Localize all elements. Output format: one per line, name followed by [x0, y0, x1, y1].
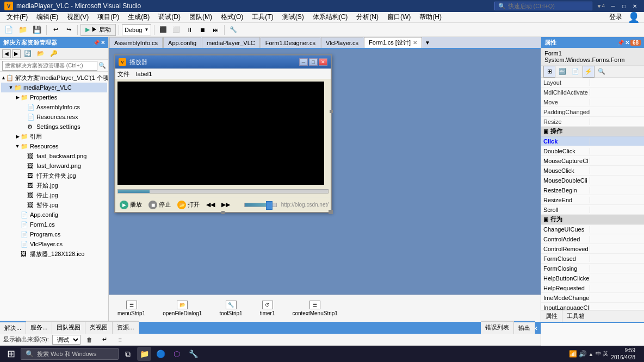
bottom-tab-解决...[interactable]: 解决... [0, 321, 26, 334]
prop-section-actions[interactable]: ▣行为 [541, 215, 644, 224]
form-menu-label[interactable]: label1 [136, 71, 152, 77]
tree-item[interactable]: ▲ 📋 解决方案'mediaPlayer_VLC'(1 个项 [1, 73, 107, 83]
component-openFileDialog1[interactable]: 📂 openFileDialog1 [159, 299, 205, 317]
open-button[interactable]: 📁 [16, 24, 29, 36]
tree-item[interactable]: 📄 Program.cs [1, 229, 107, 239]
prop-row-changeuicues[interactable]: ChangeUICues [541, 224, 644, 234]
toolbar-btn-2[interactable]: ⬜ [170, 24, 182, 36]
prop-tab-tools[interactable]: 工具箱 [562, 310, 589, 322]
forward-button[interactable]: ▶ [12, 49, 21, 58]
bottom-right-tab-输出[interactable]: 输出 [514, 321, 535, 334]
bottom-tab-团队视图[interactable]: 团队视图 [52, 321, 85, 334]
tree-item[interactable]: ▶ 📁 引用 [1, 132, 107, 141]
debug-config-dropdown[interactable]: Debug ▼ [122, 24, 151, 35]
refresh-button[interactable]: 🔄 [22, 48, 34, 60]
prop-row-click[interactable]: Click [541, 136, 644, 146]
prop-row-helpbuttonclicke[interactable]: HelpButtonClicke [541, 273, 644, 283]
next-button[interactable]: ▶▶ [219, 199, 232, 211]
tab-app.config[interactable]: App.config [163, 37, 201, 48]
vs-taskbar-button[interactable]: ⬡ [170, 347, 184, 361]
bottom-tab-类视图[interactable]: 类视图 [85, 321, 113, 334]
prop-row-scroll[interactable]: Scroll [541, 205, 644, 215]
toolbar-btn-6[interactable]: 🔧 [227, 24, 239, 36]
form-minimize-button[interactable]: ─ [299, 58, 308, 66]
prop-search-button[interactable]: 🔍 [596, 66, 608, 78]
save-button[interactable]: 💾 [30, 24, 44, 36]
pin-icon-2[interactable]: 📌 [617, 40, 624, 46]
form-close-button[interactable]: ✕ [319, 58, 327, 66]
prop-row-mousedoublecli[interactable]: MouseDoubleCli [541, 176, 644, 185]
prop-row-resizeend[interactable]: ResizeEnd [541, 195, 644, 205]
play-button[interactable]: ▶ 播放 [117, 199, 144, 211]
quick-launch-input[interactable] [508, 3, 584, 9]
tree-item[interactable]: ⚙ Settings.settings [1, 122, 107, 132]
prop-row-formclosing[interactable]: FormClosing [541, 264, 644, 273]
start-button[interactable]: ⊞ [3, 348, 18, 360]
chrome-button[interactable]: 🔵 [153, 347, 168, 361]
tab-overflow-button[interactable]: ▼ [423, 37, 432, 48]
restore-button[interactable]: □ [619, 2, 629, 10]
tree-item[interactable]: 🖼 打开文件夹.jpg [1, 171, 107, 180]
badge-68[interactable]: 68 [630, 40, 641, 46]
menu-arch[interactable]: 体系结构(C) [308, 11, 352, 23]
tree-item[interactable]: 🖼 播放器_128X128.ico [1, 249, 107, 259]
prop-row-helprequested[interactable]: HelpRequested [541, 283, 644, 293]
menu-test[interactable]: 测试(S) [278, 11, 308, 23]
prop-event-button[interactable]: ⚡ [583, 66, 595, 78]
form-menu-file[interactable]: 文件 [117, 70, 129, 78]
close-prop-icon[interactable]: ✕ [625, 40, 629, 46]
volume-handle[interactable] [266, 201, 273, 210]
show-all-files-button[interactable]: 📂 [35, 48, 47, 60]
explorer-button[interactable]: 📁 [137, 347, 151, 361]
prop-row-controlremoved[interactable]: ControlRemoved [541, 244, 644, 254]
form-resize-handle[interactable] [329, 210, 333, 214]
close-panel-icon[interactable]: ✕ [101, 40, 105, 46]
bottom-right-tab-错误列表[interactable]: 错误列表 [481, 321, 514, 334]
user-icon[interactable]: 👤 [626, 11, 642, 23]
taskbar-search[interactable]: 🔍 搜索 Web 和 Windows [21, 348, 119, 360]
tree-item[interactable]: 🖼 fast_backward.png [1, 151, 107, 161]
prop-tab-properties[interactable]: 属性 [541, 310, 562, 322]
menu-team[interactable]: 团队(M) [185, 11, 216, 23]
solution-search-input[interactable] [2, 61, 97, 71]
menu-format[interactable]: 格式(O) [216, 11, 247, 23]
properties-button[interactable]: 🔑 [48, 48, 60, 60]
menu-edit[interactable]: 编辑(E) [32, 11, 63, 23]
toolbar-btn-3[interactable]: ⏸ [183, 24, 195, 36]
prop-section-operations[interactable]: ▣操作 [541, 127, 644, 136]
clear-output-button[interactable]: 🗑 [84, 334, 96, 346]
tab-form1.cs-[设计][interactable]: Form1.cs [设计]✕ [364, 37, 422, 49]
prop-row-formclosed[interactable]: FormClosed [541, 254, 644, 264]
tree-item[interactable]: 🖼 fast_forward.png [1, 161, 107, 171]
component-toolStrip1[interactable]: 🔧 toolStrip1 [216, 299, 245, 317]
tree-item[interactable]: 🖼 开始.jpg [1, 180, 107, 190]
prop-alpha-button[interactable]: 🔤 [556, 66, 568, 78]
tree-item[interactable]: 📄 VlcPlayer.cs [1, 239, 107, 249]
tree-item[interactable]: ▼ 📁 Resources [1, 141, 107, 151]
arrow-up-icon[interactable]: ▲ [589, 351, 594, 357]
extra-button[interactable]: 🔧 [186, 347, 200, 361]
component-contextMenuStrip1[interactable]: ☰ contextMenuStrip1 [289, 299, 340, 317]
quick-launch-box[interactable]: 🔍 [494, 2, 592, 10]
bottom-handle[interactable] [221, 211, 225, 214]
close-button[interactable]: ✕ [630, 2, 640, 10]
prop-page-button[interactable]: 📄 [569, 66, 581, 78]
tree-item[interactable]: ▼ 📁 mediaPlayer_VLC [1, 83, 107, 92]
toolbar-btn-4[interactable]: ⏹ [196, 24, 208, 36]
undo-button[interactable]: ↩ [49, 24, 61, 36]
tab-assemblyinfo.cs[interactable]: AssemblyInfo.cs [109, 37, 163, 48]
progress-bar[interactable] [117, 189, 329, 194]
tree-item[interactable]: 🖼 停止.jpg [1, 190, 107, 200]
start-debug-button[interactable]: ▶ ▶ 启动 [81, 24, 116, 36]
prop-row-resizebegin[interactable]: ResizeBegin [541, 185, 644, 195]
tree-item[interactable]: 📄 Resources.resx [1, 112, 107, 122]
tree-item[interactable]: 📄 App.config [1, 210, 107, 220]
menu-build[interactable]: 生成(B) [123, 11, 154, 23]
menu-file[interactable]: 文件(F) [2, 11, 32, 23]
prop-cat-row[interactable]: MdiChildActivate [541, 88, 644, 97]
toolbar-btn-1[interactable]: ⬛ [157, 24, 169, 36]
prop-row-mouseclick[interactable]: MouseClick [541, 166, 644, 176]
login-button[interactable]: 登录 [606, 13, 626, 22]
tab-mediaplayer_vlc[interactable]: mediaPlayer_VLC [202, 37, 260, 48]
clock[interactable]: 9:59 2016/4/28 [611, 347, 636, 361]
